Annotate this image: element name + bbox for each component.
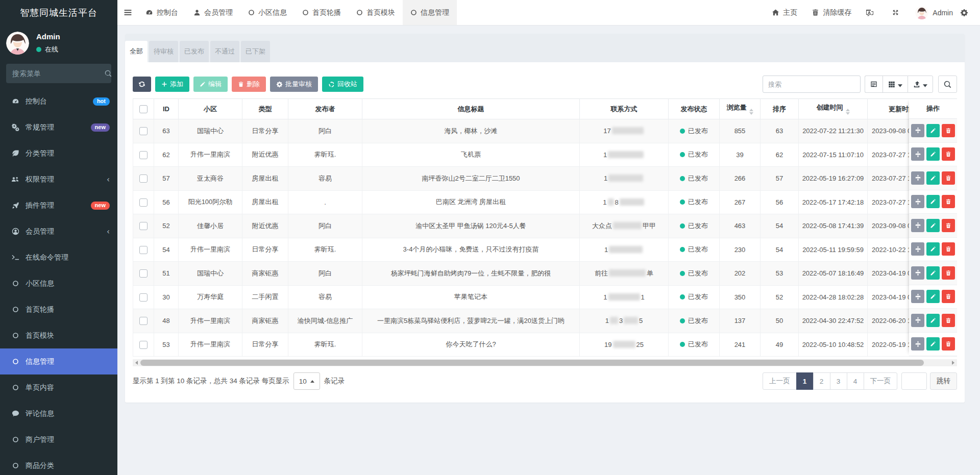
export-button[interactable] — [908, 76, 933, 93]
drag-button[interactable] — [911, 337, 924, 351]
recycle-bin-button[interactable]: 回收站 — [322, 77, 363, 92]
detail-view-button[interactable] — [865, 76, 883, 93]
topnav-tab-0[interactable]: 控制台 — [138, 0, 186, 25]
scroll-right-icon[interactable] — [949, 359, 957, 366]
topnav-tab-3[interactable]: 首页轮播 — [295, 0, 349, 25]
drag-button[interactable] — [911, 171, 924, 185]
sort-icon[interactable] — [846, 109, 850, 115]
row-edit-button[interactable] — [926, 147, 940, 161]
page-size-select[interactable]: 10 — [293, 372, 320, 390]
sidebar-item-13[interactable]: 商户管理 — [0, 427, 117, 453]
row-delete-button[interactable] — [942, 219, 955, 232]
row-delete-button[interactable] — [942, 266, 955, 280]
row-edit-button[interactable] — [926, 337, 940, 351]
column-header[interactable]: 联系方式 — [580, 99, 669, 119]
select-all-checkbox[interactable] — [139, 105, 148, 113]
fullscreen-button[interactable] — [885, 9, 910, 16]
drag-button[interactable] — [911, 314, 924, 327]
row-delete-button[interactable] — [942, 314, 955, 327]
row-delete-button[interactable] — [942, 242, 955, 256]
row-edit-button[interactable] — [926, 314, 940, 327]
row-delete-button[interactable] — [942, 337, 955, 351]
page-jump-input[interactable] — [901, 372, 927, 390]
topnav-tab-5[interactable]: 信息管理 — [403, 0, 457, 25]
sidebar-item-12[interactable]: 评论信息 — [0, 401, 117, 427]
columns-button[interactable] — [883, 76, 908, 93]
menu-toggle-icon[interactable] — [117, 0, 138, 25]
drag-button[interactable] — [911, 219, 924, 232]
sort-icon[interactable] — [749, 109, 753, 115]
drag-button[interactable] — [911, 147, 924, 161]
topnav-tab-2[interactable]: 小区信息 — [240, 0, 295, 25]
row-checkbox[interactable] — [139, 269, 148, 278]
page-button-2[interactable]: 2 — [813, 372, 830, 390]
navbar-avatar[interactable] — [915, 6, 928, 19]
column-header[interactable]: 浏览量 — [720, 99, 761, 119]
sidebar-item-6[interactable]: 在线命令管理 — [0, 244, 117, 270]
filter-tab-2[interactable]: 已发布 — [180, 41, 209, 62]
column-header[interactable]: 小区 — [179, 99, 242, 119]
column-header[interactable]: 信息标题 — [362, 99, 580, 119]
home-button[interactable]: 主页 — [765, 8, 804, 17]
column-header[interactable]: 发布状态 — [669, 99, 720, 119]
sidebar-item-5[interactable]: 会员管理‹ — [0, 218, 117, 244]
page-jump-button[interactable]: 跳转 — [930, 372, 957, 390]
filter-tab-3[interactable]: 不通过 — [210, 41, 239, 62]
topnav-tab-4[interactable]: 首页模块 — [349, 0, 403, 25]
prev-page-button[interactable]: 上一页 — [763, 372, 797, 390]
row-checkbox[interactable] — [139, 222, 148, 230]
filter-tab-1[interactable]: 待审核 — [149, 41, 178, 62]
sidebar-item-8[interactable]: 首页轮播 — [0, 296, 117, 322]
edit-button[interactable]: 编辑 — [193, 77, 228, 92]
drag-button[interactable] — [911, 124, 924, 137]
drag-button[interactable] — [911, 195, 924, 208]
row-edit-button[interactable] — [926, 171, 940, 185]
sidebar-item-3[interactable]: 权限管理‹ — [0, 166, 117, 192]
row-checkbox[interactable] — [139, 174, 148, 183]
next-page-button[interactable]: 下一页 — [864, 372, 898, 390]
row-edit-button[interactable] — [926, 290, 940, 303]
sidebar-item-2[interactable]: 分类管理 — [0, 140, 117, 166]
settings-button[interactable] — [959, 9, 973, 17]
filter-tab-0[interactable]: 全部 — [125, 41, 148, 62]
sidebar-item-1[interactable]: 常规管理new — [0, 114, 117, 140]
delete-button[interactable]: 删除 — [232, 77, 266, 92]
row-checkbox[interactable] — [139, 198, 148, 207]
batch-audit-button[interactable]: 批量审核 — [270, 77, 318, 92]
drag-button[interactable] — [911, 290, 924, 303]
advanced-search-button[interactable] — [938, 76, 957, 93]
row-checkbox[interactable] — [139, 341, 148, 349]
sidebar-search[interactable] — [6, 64, 111, 83]
sidebar-item-7[interactable]: 小区信息 — [0, 270, 117, 296]
column-header[interactable]: ID — [154, 99, 179, 119]
page-button-1[interactable]: 1 — [796, 372, 814, 390]
row-edit-button[interactable] — [926, 219, 940, 232]
sidebar-item-10[interactable]: 信息管理 — [0, 348, 117, 374]
refresh-button[interactable] — [133, 77, 151, 92]
row-checkbox[interactable] — [139, 127, 148, 135]
row-delete-button[interactable] — [942, 171, 955, 185]
column-header[interactable]: 排序 — [761, 99, 799, 119]
page-button-3[interactable]: 3 — [830, 372, 847, 390]
drag-button[interactable] — [911, 266, 924, 280]
column-header[interactable]: 发布者 — [288, 99, 362, 119]
row-edit-button[interactable] — [926, 242, 940, 256]
topnav-tab-1[interactable]: 会员管理 — [186, 0, 240, 25]
row-edit-button[interactable] — [926, 195, 940, 208]
row-edit-button[interactable] — [926, 124, 940, 137]
scroll-left-icon[interactable] — [133, 359, 140, 366]
row-checkbox[interactable] — [139, 246, 148, 254]
row-checkbox[interactable] — [139, 317, 148, 325]
clear-cache-button[interactable]: 清除缓存 — [804, 8, 859, 17]
page-button-4[interactable]: 4 — [847, 372, 864, 390]
table-search-input[interactable] — [763, 76, 861, 93]
row-checkbox[interactable] — [139, 151, 148, 159]
row-delete-button[interactable] — [942, 290, 955, 303]
filter-tab-4[interactable]: 已下架 — [241, 41, 270, 62]
sidebar-item-14[interactable]: 商品分类 — [0, 453, 117, 475]
add-button[interactable]: 添加 — [155, 77, 189, 92]
horizontal-scrollbar[interactable] — [133, 359, 957, 366]
sidebar-item-11[interactable]: 单页内容 — [0, 374, 117, 401]
sidebar-item-9[interactable]: 首页模块 — [0, 322, 117, 348]
language-button[interactable] — [859, 9, 885, 17]
